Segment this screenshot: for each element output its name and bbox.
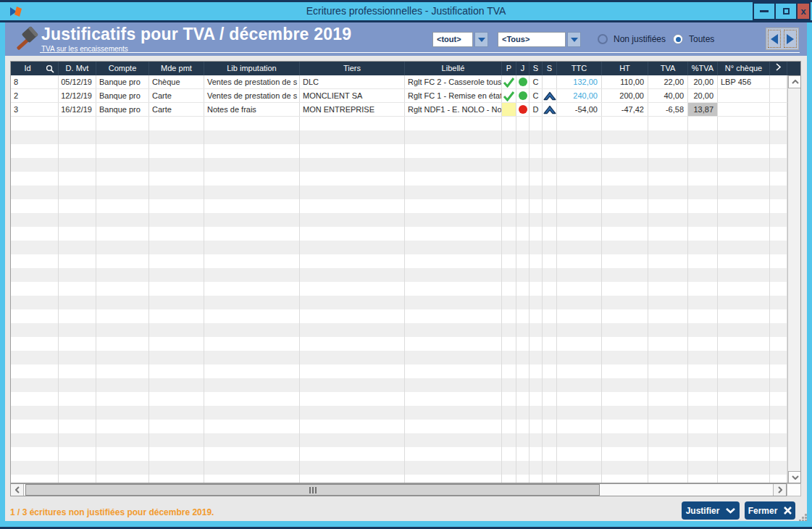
period-dropdown-value[interactable]: <tout>	[432, 32, 473, 47]
cell-more	[770, 392, 787, 406]
cell-s	[530, 241, 543, 254]
cell-more	[770, 241, 787, 254]
column-header-ptva[interactable]: %TVA	[688, 62, 718, 75]
account-dropdown-button[interactable]	[567, 32, 581, 47]
column-header-compte[interactable]: Compte	[96, 62, 149, 75]
account-dropdown-value[interactable]: <Tous>	[498, 32, 566, 47]
column-header-j[interactable]: J	[516, 62, 530, 75]
cell-cheque	[718, 309, 770, 323]
window-border-right	[807, 22, 812, 527]
previous-month-button[interactable]	[766, 28, 782, 49]
column-header-label: S	[547, 62, 552, 75]
cell-p	[502, 241, 516, 254]
cell-j	[516, 213, 530, 227]
period-dropdown[interactable]: <tout>	[432, 32, 488, 47]
cell-libelle	[405, 213, 502, 227]
cell-ttc	[557, 365, 602, 378]
cell-libelle	[405, 351, 502, 365]
cell-libelle	[405, 447, 502, 461]
column-header-libelle[interactable]: Libellé	[405, 62, 502, 75]
cell-more	[770, 351, 787, 365]
justify-button[interactable]: Justifier	[682, 501, 740, 520]
scroll-down-button[interactable]	[788, 471, 801, 483]
cell-tiers	[300, 433, 405, 447]
cell-cheque	[718, 172, 770, 186]
cell-s2	[543, 103, 557, 116]
empty-table-row	[11, 186, 787, 199]
cell-j	[516, 241, 530, 254]
cell-ptva	[688, 268, 718, 282]
column-header-label: Mde pmt	[161, 62, 192, 75]
close-window-button[interactable]: x	[797, 2, 811, 20]
column-header-ttc[interactable]: TTC	[557, 62, 602, 75]
cell-libelle	[405, 378, 502, 392]
cell-ptva	[688, 392, 718, 406]
cell-id	[11, 186, 59, 199]
column-header-label: Tiers	[343, 62, 361, 75]
minimize-button[interactable]	[753, 2, 775, 20]
cell-j	[516, 378, 530, 392]
column-header-mde[interactable]: Mde pmt	[149, 62, 204, 75]
cell-cheque	[718, 337, 770, 351]
cell-s	[530, 351, 543, 365]
cell-j	[516, 172, 530, 186]
cell-tiers	[300, 130, 405, 144]
cell-id	[11, 309, 59, 323]
cell-s	[530, 406, 543, 420]
table-row[interactable]: 805/12/19Banque proChèqueVentes de prest…	[11, 75, 787, 89]
column-header-dmvt[interactable]: D. Mvt	[59, 62, 96, 75]
radio-toutes[interactable]: Toutes	[673, 34, 714, 44]
cell-ht	[602, 268, 648, 282]
cell-tiers	[300, 475, 405, 483]
period-dropdown-button[interactable]	[474, 32, 488, 47]
status-message: 1 / 3 écritures non justifiées pour déce…	[10, 507, 214, 517]
cell-lib	[204, 296, 300, 309]
vertical-scrollbar[interactable]	[787, 75, 801, 483]
column-header-tva[interactable]: TVA	[648, 62, 688, 75]
column-header-more[interactable]	[770, 62, 787, 75]
cell-ht	[602, 282, 648, 296]
close-button[interactable]: Fermer	[745, 501, 795, 520]
next-month-button[interactable]	[782, 28, 798, 49]
horizontal-scroll-thumb[interactable]	[25, 484, 600, 496]
scroll-right-button[interactable]	[773, 484, 786, 496]
column-header-cheque[interactable]: N° chèque	[718, 62, 770, 75]
cell-tva	[648, 172, 688, 186]
radio-non-justifiees[interactable]: Non justifiées	[598, 34, 666, 44]
scroll-up-button[interactable]	[788, 75, 801, 88]
search-icon[interactable]	[46, 64, 54, 75]
cell-ttc	[557, 241, 602, 254]
cell-ht	[602, 475, 648, 483]
cell-s2	[543, 172, 557, 186]
scroll-left-button[interactable]	[11, 484, 24, 496]
cell-tiers	[300, 365, 405, 378]
column-header-lib[interactable]: Lib imputation	[204, 62, 300, 75]
cell-mde	[149, 433, 204, 447]
table-row[interactable]: 316/12/19Banque proCarteNotes de fraisMO…	[11, 103, 787, 117]
cell-tva	[648, 351, 688, 365]
column-header-ht[interactable]: HT	[602, 62, 648, 75]
maximize-button[interactable]	[775, 2, 797, 20]
column-header-s2[interactable]: S	[543, 62, 557, 75]
horizontal-scroll-track[interactable]	[24, 484, 773, 496]
table-row[interactable]: 212/12/19Banque proCarteVentes de presta…	[11, 89, 787, 103]
cell-j	[516, 475, 530, 483]
horizontal-scrollbar[interactable]	[10, 483, 787, 496]
cell-p	[502, 158, 516, 172]
cell-s2	[543, 378, 557, 392]
column-header-s[interactable]: S	[530, 62, 543, 75]
column-header-id[interactable]: Id	[11, 62, 59, 75]
radio-circle-selected[interactable]	[673, 34, 683, 44]
account-dropdown[interactable]: <Tous>	[498, 32, 581, 47]
cell-ttc: 240,00	[557, 89, 602, 102]
chevron-right-icon[interactable]	[776, 62, 781, 75]
radio-circle-unselected[interactable]	[598, 34, 608, 44]
column-header-p[interactable]: P	[502, 62, 516, 75]
cell-s2	[543, 268, 557, 282]
cell-tiers: MONCLIENT SA	[300, 89, 405, 102]
cell-id: 2	[11, 89, 59, 102]
cell-s2	[543, 365, 557, 378]
column-header-tiers[interactable]: Tiers	[300, 62, 405, 75]
cell-p	[502, 406, 516, 420]
vertical-scroll-track[interactable]	[788, 88, 801, 471]
